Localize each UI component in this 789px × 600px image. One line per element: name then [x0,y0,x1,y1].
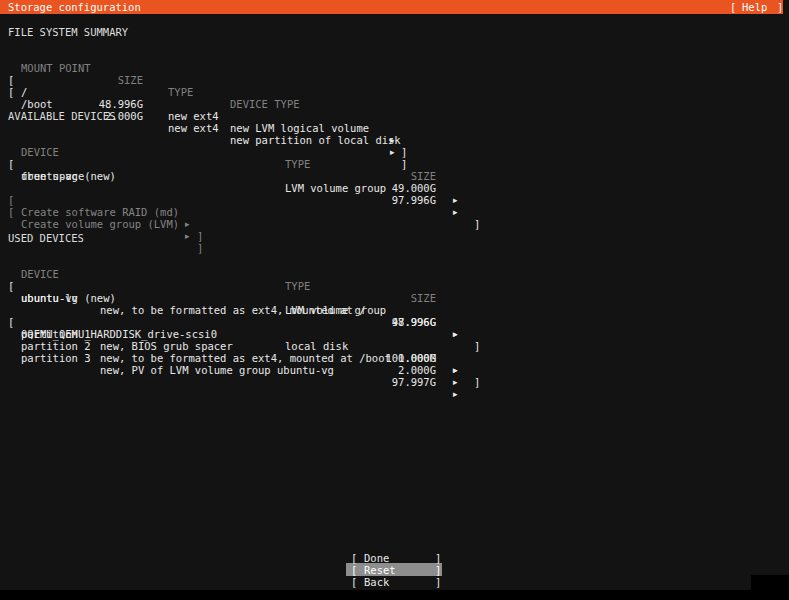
create-raid-button[interactable]: [ Create software RAID (md) ▸ ] [0,182,38,194]
device-type: new partition of local disk [230,134,401,146]
available-devices-section-title: AVAILABLE DEVICES [8,110,115,122]
done-button[interactable]: [ Done ] [351,552,443,564]
size-value: 48.996G [83,98,143,110]
reset-button-label: Reset [364,564,396,576]
submenu-arrow-icon: ▸ [185,230,190,242]
used-row-disk[interactable]: [ 0QEMU_QEMU_HARDDISK_drive-scsi0 local … [0,304,38,316]
partition-description: new, PV of LVM volume group ubuntu-vg [100,364,334,376]
col-device-type: DEVICE TYPE [230,98,300,110]
mount-point: /boot [21,98,53,110]
create-vg-button[interactable]: [ Create volume group (LVM) ▸ ] [0,194,38,206]
bracket-close: ] [435,576,441,588]
fs-summary-section-title: FILE SYSTEM SUMMARY [8,26,128,38]
device-name: ubuntu-lv [21,292,78,304]
bracket-close: ] [474,376,480,388]
submenu-arrow-icon: ▸ [453,364,458,376]
bracket-close: ] [197,242,203,254]
bracket-close: ] [474,340,480,352]
create-raid-label: Create software RAID (md) [21,206,179,218]
bracket-close: ] [474,218,480,230]
create-vg-label: Create volume group (LVM) [21,218,179,230]
bracket-open: [ [351,576,357,588]
available-row-vg[interactable]: [ ubuntu-vg (new) LVM volume group 97.99… [0,146,38,158]
bracket-open: [ [8,86,14,98]
submenu-arrow-icon: ▸ [390,146,395,158]
col-size: SIZE [376,292,436,304]
fs-type: new ext4 [168,122,219,134]
help-button-label: Help [742,1,767,13]
title-bar: Storage configuration [ Help ] [0,0,783,14]
used-devices-section-title: USED DEVICES [8,232,84,244]
device-name: free space [21,170,84,182]
device-type: local disk [285,340,348,352]
help-button[interactable]: [ Help ] [730,1,783,13]
back-button[interactable]: [ Back ] [351,576,443,588]
used-row-lv[interactable]: ubuntu-lv new, to be formatted as ext4, … [0,280,38,292]
size-value: 48.996G [376,316,436,328]
fs-row-boot[interactable]: [ /boot 2.000G new ext4 new partition of… [0,74,38,86]
submenu-arrow-icon: ▸ [453,388,458,400]
col-type: TYPE [168,86,193,98]
partition-name: partition 3 [21,352,91,364]
bracket-open: [ [730,1,736,13]
partition-description: new, to be formatted as ext4, mounted at… [100,352,391,364]
reset-button[interactable]: [ Reset ] [351,564,443,576]
bracket-close: ] [197,230,203,242]
bracket-open: [ [351,564,357,576]
used-header-row: DEVICE TYPE SIZE [0,256,38,268]
used-row-partition-1[interactable]: partition 1 new, BIOS grub spacer 1.000M… [0,316,38,328]
submenu-arrow-icon: ▸ [453,376,458,388]
bracket-close: ] [401,158,407,170]
col-type: TYPE [285,158,310,170]
submenu-arrow-icon: ▸ [453,328,458,340]
partition-description: new, BIOS grub spacer [100,340,233,352]
bracket-open: [ [8,206,14,218]
screen-corner-filler [751,575,789,600]
terminal-area: Storage configuration [ Help ] FILE SYST… [0,0,789,590]
col-type: TYPE [285,280,310,292]
page-title: Storage configuration [8,1,141,13]
fs-row-root[interactable]: [ / 48.996G new ext4 new LVM logical vol… [0,62,38,74]
bracket-open: [ [351,552,357,564]
size-value: 49.000G [376,182,436,194]
bracket-close: ] [435,552,441,564]
device-type: new LVM logical volume [230,122,369,134]
back-button-label: Back [364,576,389,588]
col-size: SIZE [376,170,436,182]
size-value: 2.000G [376,364,436,376]
bracket-close: ] [777,1,783,13]
used-row-partition-2[interactable]: partition 2 new, to be formatted as ext4… [0,328,38,340]
used-row-partition-3[interactable]: partition 3 new, PV of LVM volume group … [0,340,38,352]
col-size: SIZE [83,74,143,86]
installer-screen: Storage configuration [ Help ] FILE SYST… [0,0,789,600]
fs-type: new ext4 [168,110,219,122]
available-row-free-space[interactable]: free space 49.000G ▸ [0,158,38,170]
fs-summary-header-row: MOUNT POINT SIZE TYPE DEVICE TYPE [0,50,38,62]
submenu-arrow-icon: ▸ [453,194,458,206]
available-header-row: DEVICE TYPE SIZE [0,134,38,146]
device-type: LVM volume group [285,182,386,194]
bracket-close: ] [401,146,407,158]
bracket-close: ] [435,564,441,576]
device-description: new, to be formatted as ext4, mounted at… [100,304,366,316]
done-button-label: Done [364,552,389,564]
submenu-arrow-icon: ▸ [453,206,458,218]
submenu-arrow-icon: ▸ [185,218,190,230]
size-value: 97.996G [376,194,436,206]
used-row-vg[interactable]: [ ubuntu-vg (new) LVM volume group 97.99… [0,268,38,280]
size-value: 97.997G [376,376,436,388]
